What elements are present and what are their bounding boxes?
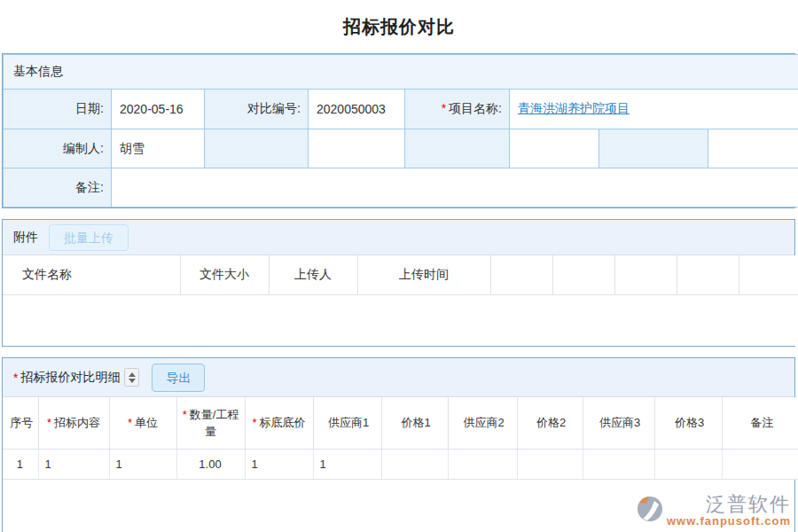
cell-supplier-2	[448, 450, 517, 480]
col-empty	[739, 255, 798, 295]
col-base-price: *标底底价	[245, 397, 313, 450]
empty-label-cell	[405, 129, 510, 168]
project-name-label: *项目名称:	[405, 90, 510, 129]
detail-data-row: 1 1 1 1.00 1 1	[3, 450, 798, 480]
detail-header-bar: * 招标报价对比明细 导出	[3, 358, 794, 397]
col-bid-content: *招标内容	[38, 397, 109, 450]
date-label: 日期:	[4, 90, 112, 129]
col-price-3: 价格3	[654, 397, 722, 450]
basic-info-table: 基本信息 日期: 2020-05-16 对比编号: 2020050003 *项目…	[3, 54, 798, 207]
cell-base-price: 1	[245, 450, 313, 480]
col-price-2: 价格2	[517, 397, 583, 450]
empty-value-cell	[708, 129, 798, 168]
logo-website: www.fanpusoft.com	[667, 515, 791, 528]
cell-price-3	[654, 450, 722, 480]
col-empty	[614, 255, 677, 295]
cell-price-1	[381, 450, 448, 480]
attachments-header-bar: 附件 批量上传	[3, 220, 794, 255]
export-button[interactable]: 导出	[152, 364, 205, 392]
compare-no-label: 对比编号:	[205, 90, 309, 129]
required-asterisk: *	[13, 371, 18, 385]
col-unit: *单位	[109, 397, 176, 450]
col-quantity: *数量/工程量	[176, 397, 245, 450]
detail-table: 序号 *招标内容 *单位 *数量/工程量 *标底底价 供应商1 价格1 供应商2…	[3, 397, 798, 480]
col-price-1: 价格1	[381, 397, 448, 450]
cell-price-2	[517, 450, 583, 480]
fanpu-logo-icon	[635, 494, 665, 524]
remark-value	[112, 168, 798, 207]
basic-info-section: 基本信息 日期: 2020-05-16 对比编号: 2020050003 *项目…	[2, 53, 795, 208]
author-value: 胡雪	[112, 129, 205, 168]
author-label: 编制人:	[4, 129, 112, 168]
col-seq: 序号	[3, 397, 38, 450]
cell-seq: 1	[3, 450, 38, 480]
date-value: 2020-05-16	[112, 90, 205, 129]
batch-upload-button[interactable]: 批量上传	[49, 224, 129, 251]
required-asterisk: *	[442, 101, 446, 115]
fanpu-logo: 泛普软件 www.fanpusoft.com	[635, 494, 791, 528]
col-supplier-1: 供应商1	[313, 397, 381, 450]
col-empty	[552, 255, 614, 295]
empty-label-cell	[205, 129, 309, 168]
col-upload-time: 上传时间	[357, 255, 490, 295]
detail-title: 招标报价对比明细	[20, 370, 120, 386]
empty-value-cell	[510, 129, 599, 168]
attachments-empty-area	[3, 295, 798, 347]
empty-label-cell	[599, 129, 708, 168]
cell-supplier-3	[583, 450, 654, 480]
cell-quantity: 1.00	[176, 450, 245, 480]
project-name-link[interactable]: 青海洪湖养护院项目	[518, 101, 630, 115]
cell-unit: 1	[109, 450, 176, 480]
sort-spinner-icon[interactable]	[124, 368, 139, 387]
basic-info-section-title: 基本信息	[4, 55, 798, 90]
col-file-size: 文件大小	[180, 255, 269, 295]
col-empty	[677, 255, 739, 295]
attachments-table: 文件名称 文件大小 上传人 上传时间	[3, 255, 798, 346]
cell-bid-content: 1	[38, 450, 109, 480]
col-uploader: 上传人	[269, 255, 357, 295]
logo-text: 泛普软件	[706, 494, 791, 515]
page-title: 招标报价对比	[0, 0, 798, 53]
empty-value-cell	[309, 129, 405, 168]
col-supplier-3: 供应商3	[583, 397, 654, 450]
cell-remark	[722, 450, 798, 480]
col-empty	[490, 255, 552, 295]
col-remark: 备注	[722, 397, 798, 450]
attachments-title: 附件	[13, 230, 38, 246]
project-name-cell: 青海洪湖养护院项目	[510, 90, 798, 129]
col-file-name: 文件名称	[3, 255, 180, 295]
attachments-section: 附件 批量上传 文件名称 文件大小 上传人 上传时间	[2, 219, 795, 347]
compare-no-value: 2020050003	[309, 90, 405, 129]
attachments-header-row: 文件名称 文件大小 上传人 上传时间	[3, 255, 798, 295]
col-supplier-2: 供应商2	[448, 397, 517, 450]
cell-supplier-1: 1	[313, 450, 381, 480]
detail-header-row: 序号 *招标内容 *单位 *数量/工程量 *标底底价 供应商1 价格1 供应商2…	[3, 397, 798, 450]
remark-label: 备注:	[4, 168, 112, 207]
